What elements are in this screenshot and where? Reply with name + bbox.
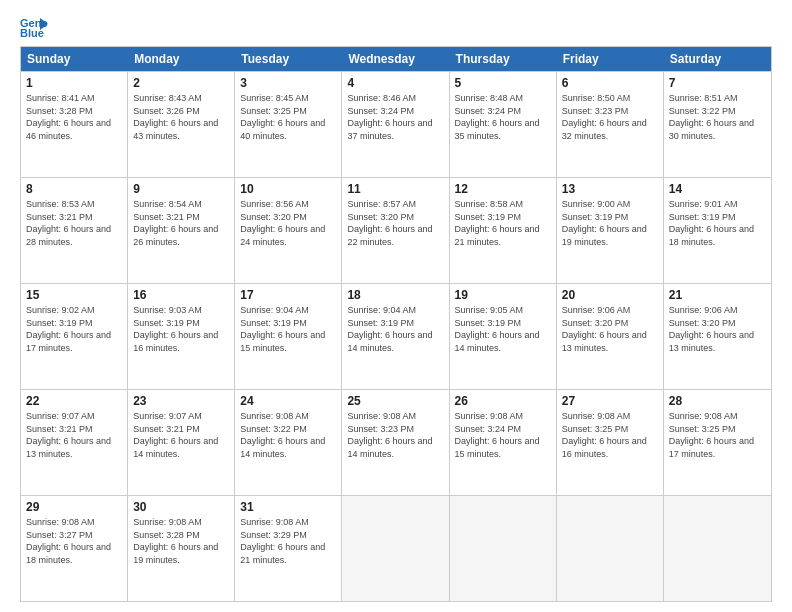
calendar-body: 1Sunrise: 8:41 AMSunset: 3:28 PMDaylight… — [21, 71, 771, 601]
day-number: 16 — [133, 288, 229, 302]
day-cell-17: 17Sunrise: 9:04 AMSunset: 3:19 PMDayligh… — [235, 284, 342, 389]
day-info: Sunrise: 8:46 AMSunset: 3:24 PMDaylight:… — [347, 93, 432, 141]
empty-cell — [342, 496, 449, 601]
day-number: 24 — [240, 394, 336, 408]
day-cell-1: 1Sunrise: 8:41 AMSunset: 3:28 PMDaylight… — [21, 72, 128, 177]
day-number: 23 — [133, 394, 229, 408]
day-info: Sunrise: 9:08 AMSunset: 3:28 PMDaylight:… — [133, 517, 218, 565]
day-info: Sunrise: 9:08 AMSunset: 3:23 PMDaylight:… — [347, 411, 432, 459]
day-cell-29: 29Sunrise: 9:08 AMSunset: 3:27 PMDayligh… — [21, 496, 128, 601]
day-info: Sunrise: 9:06 AMSunset: 3:20 PMDaylight:… — [562, 305, 647, 353]
day-cell-23: 23Sunrise: 9:07 AMSunset: 3:21 PMDayligh… — [128, 390, 235, 495]
day-info: Sunrise: 9:08 AMSunset: 3:25 PMDaylight:… — [669, 411, 754, 459]
calendar-week-2: 8Sunrise: 8:53 AMSunset: 3:21 PMDaylight… — [21, 177, 771, 283]
day-cell-5: 5Sunrise: 8:48 AMSunset: 3:24 PMDaylight… — [450, 72, 557, 177]
header-day-wednesday: Wednesday — [342, 47, 449, 71]
day-info: Sunrise: 8:57 AMSunset: 3:20 PMDaylight:… — [347, 199, 432, 247]
day-info: Sunrise: 8:56 AMSunset: 3:20 PMDaylight:… — [240, 199, 325, 247]
day-number: 9 — [133, 182, 229, 196]
day-info: Sunrise: 8:58 AMSunset: 3:19 PMDaylight:… — [455, 199, 540, 247]
day-number: 28 — [669, 394, 766, 408]
header-day-friday: Friday — [557, 47, 664, 71]
day-cell-22: 22Sunrise: 9:07 AMSunset: 3:21 PMDayligh… — [21, 390, 128, 495]
header-day-monday: Monday — [128, 47, 235, 71]
day-cell-9: 9Sunrise: 8:54 AMSunset: 3:21 PMDaylight… — [128, 178, 235, 283]
day-cell-24: 24Sunrise: 9:08 AMSunset: 3:22 PMDayligh… — [235, 390, 342, 495]
day-info: Sunrise: 9:08 AMSunset: 3:29 PMDaylight:… — [240, 517, 325, 565]
day-info: Sunrise: 8:45 AMSunset: 3:25 PMDaylight:… — [240, 93, 325, 141]
empty-cell — [664, 496, 771, 601]
day-number: 20 — [562, 288, 658, 302]
day-info: Sunrise: 8:51 AMSunset: 3:22 PMDaylight:… — [669, 93, 754, 141]
day-number: 10 — [240, 182, 336, 196]
header: General Blue — [20, 16, 772, 38]
day-number: 26 — [455, 394, 551, 408]
day-info: Sunrise: 9:05 AMSunset: 3:19 PMDaylight:… — [455, 305, 540, 353]
header-day-tuesday: Tuesday — [235, 47, 342, 71]
logo: General Blue — [20, 16, 52, 38]
day-cell-6: 6Sunrise: 8:50 AMSunset: 3:23 PMDaylight… — [557, 72, 664, 177]
day-cell-11: 11Sunrise: 8:57 AMSunset: 3:20 PMDayligh… — [342, 178, 449, 283]
day-number: 2 — [133, 76, 229, 90]
day-number: 29 — [26, 500, 122, 514]
header-day-thursday: Thursday — [450, 47, 557, 71]
day-info: Sunrise: 9:07 AMSunset: 3:21 PMDaylight:… — [26, 411, 111, 459]
day-info: Sunrise: 9:00 AMSunset: 3:19 PMDaylight:… — [562, 199, 647, 247]
day-cell-19: 19Sunrise: 9:05 AMSunset: 3:19 PMDayligh… — [450, 284, 557, 389]
calendar-page: General Blue SundayMondayTuesdayWednesda… — [0, 0, 792, 612]
day-info: Sunrise: 9:06 AMSunset: 3:20 PMDaylight:… — [669, 305, 754, 353]
day-cell-10: 10Sunrise: 8:56 AMSunset: 3:20 PMDayligh… — [235, 178, 342, 283]
day-number: 11 — [347, 182, 443, 196]
day-number: 14 — [669, 182, 766, 196]
day-cell-26: 26Sunrise: 9:08 AMSunset: 3:24 PMDayligh… — [450, 390, 557, 495]
day-info: Sunrise: 9:08 AMSunset: 3:27 PMDaylight:… — [26, 517, 111, 565]
day-number: 18 — [347, 288, 443, 302]
day-cell-31: 31Sunrise: 9:08 AMSunset: 3:29 PMDayligh… — [235, 496, 342, 601]
day-cell-20: 20Sunrise: 9:06 AMSunset: 3:20 PMDayligh… — [557, 284, 664, 389]
day-number: 8 — [26, 182, 122, 196]
day-cell-28: 28Sunrise: 9:08 AMSunset: 3:25 PMDayligh… — [664, 390, 771, 495]
day-info: Sunrise: 9:08 AMSunset: 3:24 PMDaylight:… — [455, 411, 540, 459]
day-number: 1 — [26, 76, 122, 90]
day-info: Sunrise: 8:48 AMSunset: 3:24 PMDaylight:… — [455, 93, 540, 141]
day-cell-4: 4Sunrise: 8:46 AMSunset: 3:24 PMDaylight… — [342, 72, 449, 177]
day-number: 13 — [562, 182, 658, 196]
day-number: 21 — [669, 288, 766, 302]
day-info: Sunrise: 9:02 AMSunset: 3:19 PMDaylight:… — [26, 305, 111, 353]
day-info: Sunrise: 9:03 AMSunset: 3:19 PMDaylight:… — [133, 305, 218, 353]
day-number: 19 — [455, 288, 551, 302]
day-info: Sunrise: 8:43 AMSunset: 3:26 PMDaylight:… — [133, 93, 218, 141]
empty-cell — [450, 496, 557, 601]
calendar-week-4: 22Sunrise: 9:07 AMSunset: 3:21 PMDayligh… — [21, 389, 771, 495]
day-number: 12 — [455, 182, 551, 196]
logo-icon: General Blue — [20, 16, 48, 38]
day-cell-16: 16Sunrise: 9:03 AMSunset: 3:19 PMDayligh… — [128, 284, 235, 389]
day-cell-15: 15Sunrise: 9:02 AMSunset: 3:19 PMDayligh… — [21, 284, 128, 389]
day-cell-14: 14Sunrise: 9:01 AMSunset: 3:19 PMDayligh… — [664, 178, 771, 283]
day-number: 3 — [240, 76, 336, 90]
day-info: Sunrise: 9:08 AMSunset: 3:25 PMDaylight:… — [562, 411, 647, 459]
day-info: Sunrise: 9:04 AMSunset: 3:19 PMDaylight:… — [240, 305, 325, 353]
day-number: 15 — [26, 288, 122, 302]
day-info: Sunrise: 8:53 AMSunset: 3:21 PMDaylight:… — [26, 199, 111, 247]
header-day-sunday: Sunday — [21, 47, 128, 71]
day-cell-30: 30Sunrise: 9:08 AMSunset: 3:28 PMDayligh… — [128, 496, 235, 601]
day-number: 4 — [347, 76, 443, 90]
day-number: 5 — [455, 76, 551, 90]
calendar-week-1: 1Sunrise: 8:41 AMSunset: 3:28 PMDaylight… — [21, 71, 771, 177]
day-cell-21: 21Sunrise: 9:06 AMSunset: 3:20 PMDayligh… — [664, 284, 771, 389]
calendar-week-3: 15Sunrise: 9:02 AMSunset: 3:19 PMDayligh… — [21, 283, 771, 389]
day-number: 30 — [133, 500, 229, 514]
day-number: 25 — [347, 394, 443, 408]
day-number: 27 — [562, 394, 658, 408]
day-number: 6 — [562, 76, 658, 90]
day-info: Sunrise: 9:08 AMSunset: 3:22 PMDaylight:… — [240, 411, 325, 459]
day-cell-7: 7Sunrise: 8:51 AMSunset: 3:22 PMDaylight… — [664, 72, 771, 177]
calendar: SundayMondayTuesdayWednesdayThursdayFrid… — [20, 46, 772, 602]
day-cell-25: 25Sunrise: 9:08 AMSunset: 3:23 PMDayligh… — [342, 390, 449, 495]
day-cell-13: 13Sunrise: 9:00 AMSunset: 3:19 PMDayligh… — [557, 178, 664, 283]
day-cell-27: 27Sunrise: 9:08 AMSunset: 3:25 PMDayligh… — [557, 390, 664, 495]
day-cell-3: 3Sunrise: 8:45 AMSunset: 3:25 PMDaylight… — [235, 72, 342, 177]
day-number: 7 — [669, 76, 766, 90]
day-cell-18: 18Sunrise: 9:04 AMSunset: 3:19 PMDayligh… — [342, 284, 449, 389]
